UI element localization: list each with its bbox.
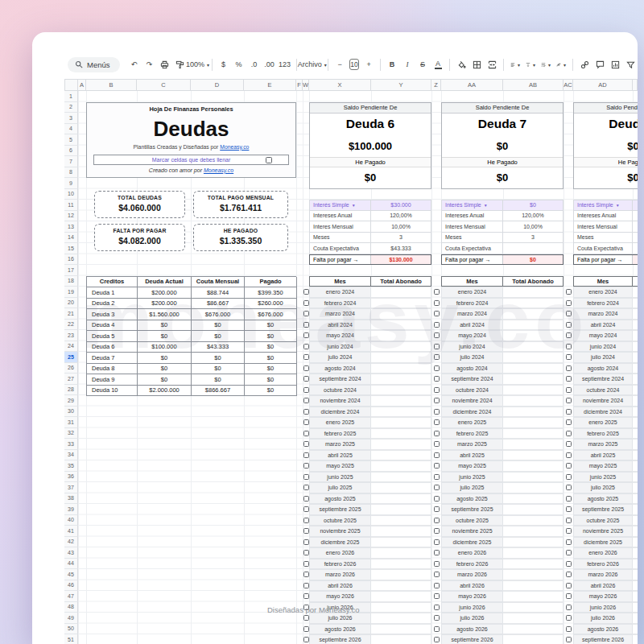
abonado-cell[interactable] [371, 287, 431, 298]
month-cell[interactable]: junio 2025 [441, 472, 503, 483]
month-checkbox[interactable] [434, 452, 440, 458]
month-checkbox[interactable] [566, 441, 572, 447]
row-number-33[interactable]: 33 [64, 439, 78, 450]
column-header-F[interactable]: F [296, 79, 303, 91]
month-cell[interactable]: marzo 2024 [573, 308, 633, 320]
month-cell[interactable]: noviembre 2025 [573, 526, 633, 537]
row-number-31[interactable]: 31 [64, 417, 78, 428]
column-header-B[interactable]: B [86, 79, 137, 91]
month-checkbox[interactable] [303, 311, 309, 316]
month-checkbox[interactable] [434, 506, 440, 512]
month-checkbox[interactable] [566, 605, 572, 610]
debt-value-cell[interactable]: $0 [192, 353, 245, 364]
detail-label-cell[interactable]: Meses [574, 233, 633, 243]
month-checkbox[interactable] [566, 615, 572, 621]
month-cell[interactable]: marzo 2026 [441, 569, 503, 580]
month-cell[interactable]: abril 2024 [441, 320, 503, 331]
month-checkbox[interactable] [434, 496, 440, 502]
month-checkbox[interactable] [303, 398, 309, 403]
row-number-13[interactable]: 13 [64, 221, 78, 233]
abonado-cell[interactable] [503, 624, 564, 635]
month-cell[interactable]: junio 2026 [573, 602, 633, 613]
month-cell[interactable]: marzo 2025 [573, 439, 633, 450]
detail-value-cell[interactable] [633, 221, 638, 232]
falta-value-cell[interactable] [633, 255, 638, 265]
row-number-7[interactable]: 7 [64, 156, 78, 167]
row-number-4[interactable]: 4 [64, 124, 78, 135]
fill-color-button[interactable] [454, 56, 469, 72]
row-number-15[interactable]: 15 [64, 243, 78, 254]
month-checkbox[interactable] [434, 550, 440, 555]
debt-value-cell[interactable]: $0 [245, 331, 297, 342]
debt-value-cell[interactable]: $866.667 [192, 386, 245, 397]
month-cell[interactable]: enero 2026 [309, 547, 371, 559]
debt-value-cell[interactable]: $0 [192, 331, 245, 342]
row-number-28[interactable]: 28 [64, 385, 78, 396]
debt-title[interactable]: Deuda 8 [574, 114, 638, 135]
abonado-cell[interactable] [633, 298, 638, 309]
detail-value-cell[interactable]: $43.333 [371, 243, 431, 254]
debt-balance[interactable]: $0 [442, 135, 563, 157]
horizontal-align-button[interactable]: ▾ [508, 56, 522, 72]
abonado-cell[interactable] [503, 613, 564, 624]
month-cell[interactable]: julio 2025 [441, 482, 503, 493]
abonado-cell[interactable] [371, 363, 431, 374]
row-number-17[interactable]: 17 [64, 265, 78, 276]
abonado-cell[interactable] [371, 428, 431, 440]
month-cell[interactable]: marzo 2026 [309, 569, 371, 580]
abonado-cell[interactable] [503, 515, 564, 526]
month-checkbox[interactable] [434, 583, 440, 588]
row-number-40[interactable]: 40 [64, 515, 78, 526]
month-cell[interactable]: julio 2024 [573, 352, 633, 363]
month-checkbox[interactable] [566, 365, 572, 371]
month-checkbox[interactable] [566, 354, 572, 360]
total-pago-mensual-box[interactable]: TOTAL PAGO MENSUAL $1.761.411 [193, 191, 288, 218]
detail-label-cell[interactable]: Intereses Anual [574, 211, 633, 221]
abonado-cell[interactable] [503, 298, 564, 309]
interest-type-select[interactable]: Interés Simple▼ [574, 200, 633, 210]
abonado-cell[interactable] [503, 450, 564, 461]
text-rotation-button[interactable]: ▾ [554, 56, 568, 72]
abonado-cell[interactable] [503, 580, 564, 592]
month-cell[interactable]: febrero 2025 [573, 428, 633, 440]
month-cell[interactable]: diciembre 2025 [309, 537, 371, 548]
abonado-cell[interactable] [633, 602, 638, 613]
detail-label-cell[interactable]: Meses [442, 233, 503, 243]
debt-value-cell[interactable]: $0 [138, 353, 192, 364]
row-number-39[interactable]: 39 [64, 504, 78, 515]
abonado-cell[interactable] [371, 298, 431, 309]
month-cell[interactable]: enero 2026 [573, 547, 633, 559]
falta-label-cell[interactable]: Falta por pagar → [442, 255, 503, 265]
abonado-cell[interactable] [503, 287, 564, 298]
abonado-cell[interactable] [633, 559, 638, 570]
abonado-cell[interactable] [633, 460, 638, 472]
detail-label-cell[interactable]: Interes Mensual [442, 221, 503, 232]
month-checkbox[interactable] [434, 354, 440, 360]
abonado-cell[interactable] [503, 439, 564, 450]
sheet-grid[interactable]: 1234567891011121314151617181920212223242… [64, 91, 638, 644]
month-cell[interactable]: mayo 2025 [573, 460, 633, 472]
month-cell[interactable]: septiembre 2026 [309, 634, 371, 644]
month-cell[interactable]: marzo 2024 [309, 308, 371, 320]
sheet-corner[interactable] [64, 79, 78, 91]
debt-balance[interactable]: $0 [574, 135, 638, 157]
he-pagado-value[interactable]: $0 [442, 167, 563, 188]
month-cell[interactable]: abril 2025 [441, 450, 503, 461]
month-checkbox[interactable] [434, 539, 440, 545]
detail-value-cell[interactable] [503, 243, 563, 254]
abonado-cell[interactable] [633, 320, 638, 331]
month-checkbox[interactable] [566, 474, 572, 480]
column-header-A[interactable]: A [78, 79, 86, 91]
month-checkbox[interactable] [566, 463, 572, 469]
month-checkbox[interactable] [566, 300, 572, 306]
month-checkbox[interactable] [303, 593, 309, 599]
month-cell[interactable]: octubre 2024 [441, 385, 503, 396]
month-cell[interactable]: marzo 2026 [573, 569, 633, 580]
month-checkbox[interactable] [303, 550, 309, 555]
abonado-cell[interactable] [503, 504, 564, 515]
month-checkbox[interactable] [434, 398, 440, 403]
month-cell[interactable]: julio 2024 [441, 352, 503, 363]
month-cell[interactable]: junio 2024 [309, 341, 371, 353]
abonado-cell[interactable] [371, 591, 431, 602]
detail-value-cell[interactable]: 10,00% [371, 221, 431, 232]
